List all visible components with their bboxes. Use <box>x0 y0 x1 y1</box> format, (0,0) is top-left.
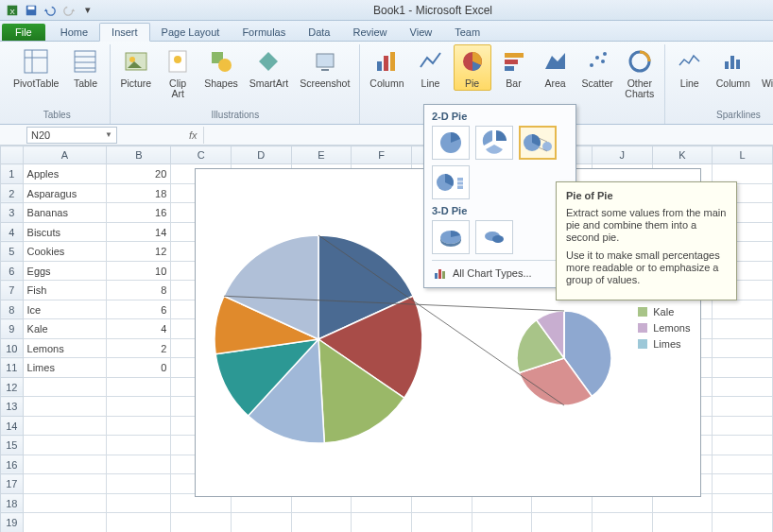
save-icon[interactable] <box>23 3 40 18</box>
cell[interactable]: Limes <box>23 358 107 378</box>
cell[interactable] <box>713 493 773 513</box>
col-header[interactable]: A <box>23 146 107 164</box>
cell[interactable] <box>23 377 107 397</box>
cell[interactable] <box>592 513 652 532</box>
sparkline-column-button[interactable]: Column <box>713 44 754 91</box>
tab-team[interactable]: Team <box>443 24 491 41</box>
tab-review[interactable]: Review <box>341 24 398 41</box>
excel-icon[interactable]: X <box>4 3 21 18</box>
cell[interactable]: 16 <box>107 203 171 223</box>
cell[interactable] <box>107 513 171 532</box>
pie-option-3d-exploded-pie[interactable] <box>475 220 513 254</box>
clipart-button[interactable]: Clip Art <box>159 44 197 101</box>
cell[interactable] <box>107 377 171 397</box>
cell[interactable] <box>713 377 773 397</box>
cell[interactable]: 10 <box>107 261 171 281</box>
pivottable-button[interactable]: PivotTable <box>9 44 62 91</box>
row-header[interactable]: 17 <box>1 474 24 494</box>
cell[interactable]: 2 <box>107 338 171 358</box>
col-header[interactable]: D <box>232 146 292 164</box>
screenshot-button[interactable]: Screenshot <box>296 44 353 91</box>
tab-home[interactable]: Home <box>49 24 99 41</box>
row-header[interactable]: 16 <box>1 455 24 474</box>
cell[interactable] <box>411 513 472 532</box>
row-header[interactable]: 10 <box>1 338 24 358</box>
cell[interactable] <box>107 474 171 494</box>
cell[interactable]: Bananas <box>23 203 107 223</box>
col-header[interactable]: F <box>352 146 412 164</box>
cell[interactable] <box>352 513 412 532</box>
cell[interactable] <box>472 513 532 532</box>
row-header[interactable]: 2 <box>1 183 24 203</box>
row-header[interactable]: 14 <box>1 416 24 436</box>
row-header[interactable]: 13 <box>1 397 24 417</box>
area-chart-button[interactable]: Area <box>537 44 575 91</box>
row-header[interactable]: 11 <box>1 358 24 378</box>
cell[interactable] <box>23 513 107 532</box>
redo-icon[interactable] <box>60 3 77 18</box>
row-header[interactable]: 19 <box>1 513 24 532</box>
cell[interactable] <box>713 513 773 532</box>
cell[interactable] <box>23 474 107 494</box>
col-header[interactable]: E <box>291 146 352 164</box>
tab-insert[interactable]: Insert <box>99 23 150 42</box>
cell[interactable] <box>107 436 171 455</box>
cell[interactable]: Lemons <box>23 338 107 358</box>
sparkline-line-button[interactable]: Line <box>671 44 709 91</box>
cell[interactable] <box>232 513 292 532</box>
row-header[interactable]: 15 <box>1 436 24 455</box>
cell[interactable] <box>532 513 593 532</box>
col-header[interactable]: K <box>652 146 713 164</box>
col-header[interactable]: J <box>592 146 652 164</box>
cell[interactable] <box>713 338 773 358</box>
row-header[interactable]: 8 <box>1 300 24 319</box>
cell[interactable] <box>23 436 107 455</box>
cell[interactable]: 18 <box>107 183 171 203</box>
cell[interactable]: Ice <box>23 300 107 319</box>
table-button[interactable]: Table <box>66 44 104 91</box>
line-chart-button[interactable]: Line <box>412 44 450 91</box>
cell[interactable] <box>652 513 713 532</box>
col-header[interactable]: L <box>713 146 773 164</box>
row-header[interactable]: 9 <box>1 319 24 339</box>
qat-customize-icon[interactable]: ▾ <box>79 3 96 18</box>
cell[interactable]: 6 <box>107 300 171 319</box>
row-header[interactable]: 7 <box>1 281 24 300</box>
shapes-button[interactable]: Shapes <box>200 44 242 91</box>
cell[interactable]: 4 <box>107 319 171 339</box>
cell[interactable] <box>713 397 773 417</box>
tab-formulas[interactable]: Formulas <box>231 24 297 41</box>
cell[interactable]: Eggs <box>23 261 107 281</box>
cell[interactable] <box>713 416 773 436</box>
cell[interactable]: Cookies <box>23 242 107 262</box>
col-header[interactable]: B <box>107 146 171 164</box>
pie-option-2d-pie[interactable] <box>432 126 470 160</box>
chevron-down-icon[interactable]: ▼ <box>105 130 112 139</box>
row-header[interactable]: 3 <box>1 203 24 223</box>
select-all-corner[interactable] <box>1 146 24 164</box>
picture-button[interactable]: Picture <box>116 44 155 91</box>
cell[interactable] <box>107 455 171 474</box>
row-header[interactable]: 18 <box>1 493 24 513</box>
scatter-chart-button[interactable]: Scatter <box>578 44 617 91</box>
pie-option-bar-of-pie[interactable] <box>432 165 470 199</box>
row-header[interactable]: 1 <box>1 164 24 184</box>
cell[interactable]: 14 <box>107 222 171 242</box>
smartart-button[interactable]: SmartArt <box>246 44 292 91</box>
pie-option-exploded-pie[interactable] <box>475 126 513 160</box>
all-chart-types-menuitem[interactable]: All Chart Types... <box>432 260 568 285</box>
undo-icon[interactable] <box>42 3 59 18</box>
row-header[interactable]: 12 <box>1 377 24 397</box>
cell[interactable] <box>713 319 773 339</box>
row-header[interactable]: 4 <box>1 222 24 242</box>
cell[interactable] <box>171 513 232 532</box>
bar-chart-button[interactable]: Bar <box>495 44 533 91</box>
tab-data[interactable]: Data <box>297 24 341 41</box>
cell[interactable] <box>107 493 171 513</box>
col-header[interactable]: C <box>171 146 232 164</box>
pie-option-3d-pie[interactable] <box>432 220 470 254</box>
pie-option-pie-of-pie[interactable] <box>519 126 557 160</box>
cell[interactable] <box>713 455 773 474</box>
cell[interactable]: 8 <box>107 281 171 300</box>
pie-chart-button[interactable]: Pie <box>454 44 491 91</box>
